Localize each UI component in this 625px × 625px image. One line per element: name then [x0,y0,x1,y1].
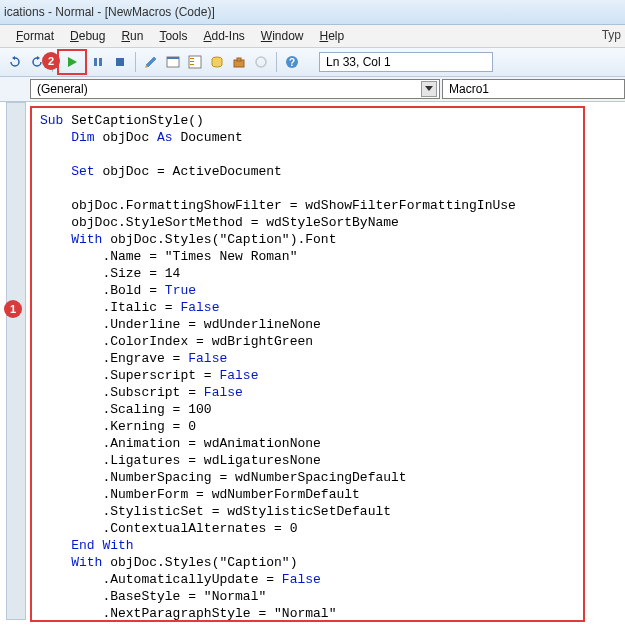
run-icon[interactable] [63,53,81,71]
design-mode-icon[interactable] [142,53,160,71]
menu-help[interactable]: Help [312,27,353,45]
svg-rect-7 [190,61,194,62]
menu-window[interactable]: Window [253,27,312,45]
annotation-1: 1 [4,300,22,318]
cursor-position: Ln 33, Col 1 [319,52,493,72]
margin-indicator-bar [6,102,26,620]
toolbar: 2 ? [0,48,625,77]
right-label: Typ [602,28,621,42]
properties-icon[interactable] [186,53,204,71]
menu-run[interactable]: Run [113,27,151,45]
object-dropdown-value: (General) [37,82,88,96]
tool-misc-icon[interactable] [252,53,270,71]
toolbox-icon[interactable] [230,53,248,71]
svg-rect-11 [237,58,241,61]
svg-rect-8 [190,64,194,65]
window-title: ications - Normal - [NewMacros (Code)] [4,5,215,19]
svg-rect-4 [167,57,179,59]
project-explorer-icon[interactable] [164,53,182,71]
run-button-highlight [57,49,87,75]
svg-text:?: ? [289,57,295,68]
menu-format[interactable]: Format [8,27,62,45]
chevron-down-icon[interactable] [421,81,437,97]
svg-rect-1 [99,58,102,66]
object-dropdown[interactable]: (General) [30,79,440,99]
annotation-2: 2 [42,52,60,70]
help-icon[interactable]: ? [283,53,301,71]
menu-addins[interactable]: Add-Ins [195,27,252,45]
undo-icon[interactable] [6,53,24,71]
menu-tools[interactable]: Tools [151,27,195,45]
title-bar: ications - Normal - [NewMacros (Code)] [0,0,625,25]
procedure-dropdown-value: Macro1 [449,82,489,96]
object-browser-icon[interactable] [208,53,226,71]
pause-icon[interactable] [89,53,107,71]
svg-rect-6 [190,58,194,59]
stop-icon[interactable] [111,53,129,71]
cursor-position-text: Ln 33, Col 1 [326,55,391,69]
code-editor[interactable]: Sub SetCaptionStyle() Dim objDoc As Docu… [32,108,583,620]
procedure-dropdown[interactable]: Macro1 [442,79,625,99]
svg-point-12 [256,57,266,67]
menu-bar: Format Debug Run Tools Add-Ins Window He… [0,25,625,48]
svg-rect-2 [116,58,124,66]
menu-debug[interactable]: Debug [62,27,113,45]
svg-rect-0 [94,58,97,66]
